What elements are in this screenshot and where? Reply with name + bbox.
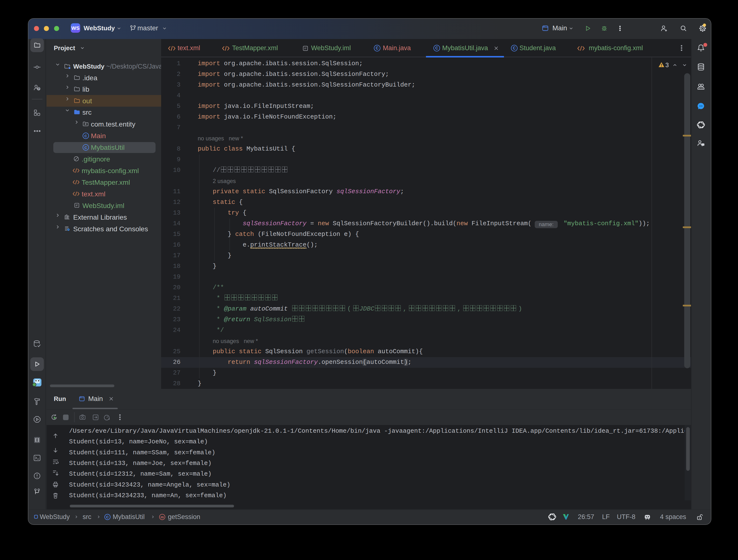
svg-text:?: ? [38,87,39,90]
